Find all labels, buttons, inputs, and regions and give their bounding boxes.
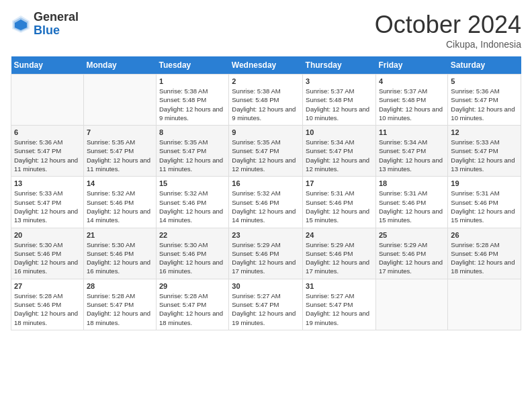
day-number: 23 (232, 231, 300, 239)
day-number: 4 (379, 77, 445, 85)
day-number: 3 (306, 77, 373, 85)
month-title: October 2024 (375, 11, 521, 39)
day-info: Sunrise: 5:28 AMSunset: 5:46 PMDaylight:… (451, 240, 518, 276)
calendar-cell: 23Sunrise: 5:29 AMSunset: 5:46 PMDayligh… (229, 228, 303, 279)
calendar-week-1: 1Sunrise: 5:38 AMSunset: 5:48 PMDaylight… (11, 75, 521, 126)
day-info: Sunrise: 5:31 AMSunset: 5:46 PMDaylight:… (451, 189, 518, 224)
calendar-cell: 10Sunrise: 5:34 AMSunset: 5:47 PMDayligh… (303, 126, 376, 177)
day-info: Sunrise: 5:34 AMSunset: 5:47 PMDaylight:… (379, 138, 445, 173)
day-info: Sunrise: 5:30 AMSunset: 5:46 PMDaylight:… (87, 240, 153, 276)
calendar-cell (448, 279, 521, 330)
col-tuesday: Tuesday (157, 56, 229, 75)
day-info: Sunrise: 5:31 AMSunset: 5:46 PMDaylight:… (306, 189, 373, 224)
calendar-cell: 28Sunrise: 5:28 AMSunset: 5:47 PMDayligh… (83, 279, 156, 330)
calendar-cell: 6Sunrise: 5:36 AMSunset: 5:47 PMDaylight… (11, 126, 84, 177)
day-number: 20 (14, 231, 81, 239)
logo-icon (11, 14, 31, 34)
header-row: Sunday Monday Tuesday Wednesday Thursday… (11, 56, 521, 75)
day-number: 30 (232, 282, 300, 290)
calendar-cell: 13Sunrise: 5:33 AMSunset: 5:47 PMDayligh… (11, 177, 84, 228)
calendar-table: Sunday Monday Tuesday Wednesday Thursday… (11, 56, 521, 330)
calendar-cell: 25Sunrise: 5:29 AMSunset: 5:46 PMDayligh… (375, 228, 447, 279)
day-number: 18 (379, 179, 445, 187)
day-number: 10 (306, 128, 373, 136)
day-number: 13 (14, 179, 81, 187)
day-number: 15 (159, 179, 226, 187)
calendar-cell: 9Sunrise: 5:35 AMSunset: 5:47 PMDaylight… (229, 126, 303, 177)
calendar-cell: 17Sunrise: 5:31 AMSunset: 5:46 PMDayligh… (303, 177, 376, 228)
day-number: 25 (379, 231, 445, 239)
calendar-cell: 4Sunrise: 5:37 AMSunset: 5:48 PMDaylight… (375, 75, 447, 126)
day-info: Sunrise: 5:30 AMSunset: 5:46 PMDaylight:… (159, 240, 226, 276)
calendar-cell: 21Sunrise: 5:30 AMSunset: 5:46 PMDayligh… (83, 228, 156, 279)
day-number: 28 (87, 282, 153, 290)
day-number: 12 (451, 128, 518, 136)
day-info: Sunrise: 5:38 AMSunset: 5:48 PMDaylight:… (232, 87, 300, 122)
day-info: Sunrise: 5:32 AMSunset: 5:46 PMDaylight:… (159, 189, 226, 224)
day-info: Sunrise: 5:28 AMSunset: 5:47 PMDaylight:… (159, 291, 226, 327)
day-info: Sunrise: 5:32 AMSunset: 5:46 PMDaylight:… (87, 189, 153, 224)
day-info: Sunrise: 5:28 AMSunset: 5:46 PMDaylight:… (14, 291, 81, 327)
day-info: Sunrise: 5:36 AMSunset: 5:47 PMDaylight:… (451, 87, 518, 122)
day-info: Sunrise: 5:29 AMSunset: 5:46 PMDaylight:… (232, 240, 300, 276)
calendar-cell: 26Sunrise: 5:28 AMSunset: 5:46 PMDayligh… (448, 228, 521, 279)
day-info: Sunrise: 5:27 AMSunset: 5:47 PMDaylight:… (232, 291, 300, 327)
calendar-cell: 12Sunrise: 5:33 AMSunset: 5:47 PMDayligh… (448, 126, 521, 177)
day-number: 1 (159, 77, 226, 85)
col-wednesday: Wednesday (229, 56, 303, 75)
day-info: Sunrise: 5:30 AMSunset: 5:46 PMDaylight:… (14, 240, 81, 276)
day-number: 8 (159, 128, 226, 136)
day-info: Sunrise: 5:31 AMSunset: 5:46 PMDaylight:… (379, 189, 445, 224)
day-number: 19 (451, 179, 518, 187)
day-number: 29 (159, 282, 226, 290)
day-info: Sunrise: 5:27 AMSunset: 5:47 PMDaylight:… (306, 291, 373, 327)
calendar-cell: 15Sunrise: 5:32 AMSunset: 5:46 PMDayligh… (157, 177, 229, 228)
calendar-cell: 29Sunrise: 5:28 AMSunset: 5:47 PMDayligh… (157, 279, 229, 330)
day-number: 21 (87, 231, 153, 239)
day-info: Sunrise: 5:33 AMSunset: 5:47 PMDaylight:… (451, 138, 518, 173)
title-section: October 2024 Cikupa, Indonesia (375, 11, 521, 50)
calendar-cell: 8Sunrise: 5:35 AMSunset: 5:47 PMDaylight… (157, 126, 229, 177)
calendar-cell: 2Sunrise: 5:38 AMSunset: 5:48 PMDaylight… (229, 75, 303, 126)
day-number: 24 (306, 231, 373, 239)
day-info: Sunrise: 5:35 AMSunset: 5:47 PMDaylight:… (87, 138, 153, 173)
calendar-cell: 22Sunrise: 5:30 AMSunset: 5:46 PMDayligh… (157, 228, 229, 279)
calendar-cell: 11Sunrise: 5:34 AMSunset: 5:47 PMDayligh… (375, 126, 447, 177)
day-info: Sunrise: 5:29 AMSunset: 5:46 PMDaylight:… (379, 240, 445, 276)
day-number: 26 (451, 231, 518, 239)
day-info: Sunrise: 5:37 AMSunset: 5:48 PMDaylight:… (379, 87, 445, 122)
calendar-week-4: 20Sunrise: 5:30 AMSunset: 5:46 PMDayligh… (11, 228, 521, 279)
logo-general: General (34, 11, 79, 24)
day-number: 27 (14, 282, 81, 290)
calendar-cell: 30Sunrise: 5:27 AMSunset: 5:47 PMDayligh… (229, 279, 303, 330)
day-info: Sunrise: 5:35 AMSunset: 5:47 PMDaylight:… (232, 138, 300, 173)
day-number: 11 (379, 128, 445, 136)
col-thursday: Thursday (303, 56, 376, 75)
day-info: Sunrise: 5:33 AMSunset: 5:47 PMDaylight:… (14, 189, 81, 224)
day-info: Sunrise: 5:35 AMSunset: 5:47 PMDaylight:… (159, 138, 226, 173)
calendar-cell: 31Sunrise: 5:27 AMSunset: 5:47 PMDayligh… (303, 279, 376, 330)
calendar-cell: 18Sunrise: 5:31 AMSunset: 5:46 PMDayligh… (375, 177, 447, 228)
calendar-cell: 27Sunrise: 5:28 AMSunset: 5:46 PMDayligh… (11, 279, 84, 330)
day-number: 9 (232, 128, 300, 136)
day-info: Sunrise: 5:37 AMSunset: 5:48 PMDaylight:… (306, 87, 373, 122)
col-saturday: Saturday (448, 56, 521, 75)
calendar-cell: 5Sunrise: 5:36 AMSunset: 5:47 PMDaylight… (448, 75, 521, 126)
day-number: 5 (451, 77, 518, 85)
logo: General Blue (11, 11, 79, 38)
col-monday: Monday (83, 56, 156, 75)
calendar-cell: 3Sunrise: 5:37 AMSunset: 5:48 PMDaylight… (303, 75, 376, 126)
col-sunday: Sunday (11, 56, 84, 75)
calendar-week-3: 13Sunrise: 5:33 AMSunset: 5:47 PMDayligh… (11, 177, 521, 228)
col-friday: Friday (375, 56, 447, 75)
day-info: Sunrise: 5:36 AMSunset: 5:47 PMDaylight:… (14, 138, 81, 173)
day-info: Sunrise: 5:28 AMSunset: 5:47 PMDaylight:… (87, 291, 153, 327)
page-header: General Blue October 2024 Cikupa, Indone… (11, 11, 521, 50)
day-info: Sunrise: 5:38 AMSunset: 5:48 PMDaylight:… (159, 87, 226, 122)
day-number: 14 (87, 179, 153, 187)
calendar-cell: 1Sunrise: 5:38 AMSunset: 5:48 PMDaylight… (157, 75, 229, 126)
calendar-cell (11, 75, 84, 126)
day-number: 16 (232, 179, 300, 187)
calendar-week-5: 27Sunrise: 5:28 AMSunset: 5:46 PMDayligh… (11, 279, 521, 330)
logo-blue: Blue (34, 24, 79, 38)
